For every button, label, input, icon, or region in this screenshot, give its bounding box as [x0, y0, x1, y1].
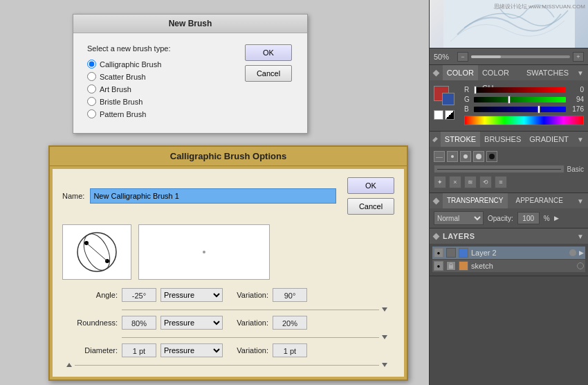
menu-icon[interactable]: ≡: [495, 176, 507, 188]
stroke-dot-medium[interactable]: [460, 151, 471, 162]
diameter-label: Diameter:: [62, 346, 118, 355]
svg-point-8: [463, 154, 468, 159]
options-icon[interactable]: ≋: [464, 176, 477, 188]
layers-title: LAYERS: [443, 232, 475, 240]
layer-row[interactable]: ● Layer 2 ▶: [432, 247, 585, 259]
stroke-dot-large[interactable]: [473, 151, 484, 162]
color-panel-tabs: COLOR COLOR GU SWATCHES: [443, 65, 573, 80]
delete-brush-icon[interactable]: ×: [449, 176, 461, 188]
r-slider-thumb[interactable]: [474, 86, 477, 94]
angle-value[interactable]: -25°: [122, 288, 156, 302]
roundness-variation-value[interactable]: 20%: [273, 316, 307, 330]
angle-method-select[interactable]: Pressure Fixed Random: [160, 288, 223, 302]
r-slider-row: R 0: [464, 86, 584, 93]
radio-art[interactable]: Art Brush: [87, 84, 238, 93]
diameter-value[interactable]: 1 pt: [122, 343, 156, 357]
callig-ok-button[interactable]: OK: [347, 177, 394, 194]
stroke-toolbar-row: ✦ × ≋ ⟲ ≡: [434, 176, 584, 188]
swap-colors-icon[interactable]: [445, 110, 454, 120]
layer-target-circle[interactable]: [569, 249, 576, 256]
layer-visibility-icon[interactable]: ●: [434, 261, 443, 271]
opacity-input[interactable]: [517, 212, 540, 224]
r-slider-track[interactable]: [474, 87, 566, 93]
diameter-left-indicator[interactable]: [66, 363, 72, 367]
color-sliders: R 0 G 94 B: [464, 86, 584, 125]
name-input[interactable]: [90, 188, 336, 204]
brush-stroke-line[interactable]: [434, 165, 564, 173]
roundness-method-select[interactable]: Pressure Fixed Random: [160, 316, 223, 330]
layer-lock-icon[interactable]: [446, 261, 456, 271]
transparency-panel-header[interactable]: TRANSPARENCY APPEARANCE ▼: [430, 193, 588, 208]
stroke-dot-small[interactable]: [447, 151, 458, 162]
stroke-panel-tabs: STROKE BRUSHES GRADIENT: [441, 132, 573, 147]
angle-slider-indicator[interactable]: [382, 307, 387, 312]
layer-lock-icon[interactable]: [446, 248, 456, 258]
g-label: G: [464, 96, 471, 103]
diameter-method-select[interactable]: Pressure Fixed Random: [160, 343, 223, 357]
layer-name: Layer 2: [471, 249, 567, 257]
roundness-variation-label: Variation:: [227, 319, 268, 327]
layers-panel-header[interactable]: LAYERS ▼: [430, 229, 588, 244]
stroke-dot-filled[interactable]: [486, 151, 497, 162]
stroke-end-none[interactable]: —: [434, 151, 445, 162]
tab-stroke[interactable]: STROKE: [441, 132, 480, 147]
zoom-plus-button[interactable]: +: [573, 52, 584, 62]
stroke-preview-svg: [142, 228, 266, 276]
radio-pattern[interactable]: Pattern Brush: [87, 109, 238, 118]
tab-brushes[interactable]: BRUSHES: [480, 132, 525, 147]
stroke-panel-collapse-icon[interactable]: ▼: [577, 136, 584, 143]
stroke-panel-header[interactable]: STROKE BRUSHES GRADIENT ▼: [430, 132, 588, 147]
trans-panel-collapse-icon[interactable]: ▼: [577, 197, 584, 205]
radio-scatter[interactable]: Scatter Brush: [87, 72, 238, 81]
opacity-label: Opacity:: [488, 215, 513, 222]
trans-panel-diamond-icon: [433, 197, 440, 204]
layers-diamond-icon: [433, 233, 440, 240]
tab-transparency[interactable]: TRANSPARENCY: [443, 193, 508, 208]
tab-color[interactable]: COLOR: [443, 65, 478, 80]
angle-variation-value[interactable]: 90°: [273, 288, 307, 302]
new-brush-title: New Brush: [73, 15, 307, 33]
new-brush-cancel-button[interactable]: Cancel: [245, 65, 292, 82]
roundness-row: Roundness: 80% Pressure Fixed Random Var…: [62, 316, 394, 330]
name-row: Name: OK Cancel: [62, 177, 394, 215]
layer-row[interactable]: ● sketch: [432, 260, 585, 272]
g-slider-thumb[interactable]: [508, 96, 511, 104]
tab-gradient[interactable]: GRADIENT: [525, 132, 573, 147]
new-brush-ok-button[interactable]: OK: [245, 44, 292, 61]
radio-bristle[interactable]: Bristle Brush: [87, 97, 238, 106]
zoom-minus-button[interactable]: −: [457, 52, 468, 62]
new-brush-icon[interactable]: ✦: [434, 176, 446, 188]
layers-content: ● Layer 2 ▶ ● sketch: [430, 244, 588, 276]
b-value: 176: [569, 105, 584, 113]
g-slider-track[interactable]: [474, 97, 566, 102]
layers-collapse-icon[interactable]: ▼: [577, 233, 584, 240]
diameter-variation-value[interactable]: 1 pt: [273, 343, 307, 357]
roundness-slider-indicator[interactable]: [382, 335, 387, 339]
roundness-value[interactable]: 80%: [122, 316, 156, 330]
diameter-right-indicator[interactable]: [382, 363, 387, 367]
layer-expand-icon[interactable]: ▶: [579, 249, 584, 256]
color-panel-collapse-icon[interactable]: ▼: [577, 69, 584, 77]
blend-mode-select[interactable]: Normal: [434, 211, 484, 225]
tab-color-guide[interactable]: COLOR GU: [478, 65, 522, 80]
angle-row: Angle: -25° Pressure Fixed Random Variat…: [62, 288, 394, 302]
layer-visibility-icon[interactable]: ●: [434, 248, 443, 258]
convert-icon[interactable]: ⟲: [479, 176, 492, 188]
radio-calligraphic[interactable]: Calligraphic Brush: [87, 60, 238, 69]
b-slider-track[interactable]: [474, 107, 566, 112]
svg-point-7: [451, 155, 454, 158]
zoom-slider[interactable]: [471, 55, 570, 58]
callig-cancel-button[interactable]: Cancel: [347, 198, 394, 215]
tab-appearance[interactable]: APPEARANCE: [512, 193, 567, 208]
layer-name: sketch: [471, 262, 574, 270]
opacity-arrow-button[interactable]: ▶: [554, 215, 559, 222]
color-spectrum-bar[interactable]: [464, 116, 584, 125]
background-color-box[interactable]: [442, 93, 454, 105]
reset-colors-icon[interactable]: [434, 110, 443, 120]
zoom-bar: 50% − +: [430, 48, 588, 65]
layer-target-circle[interactable]: [577, 262, 584, 269]
color-pickers: R 0 G 94 B: [434, 86, 584, 125]
b-slider-thumb[interactable]: [538, 105, 540, 114]
tab-swatches[interactable]: SWATCHES: [522, 65, 573, 80]
color-panel-header[interactable]: COLOR COLOR GU SWATCHES ▼: [430, 65, 588, 80]
